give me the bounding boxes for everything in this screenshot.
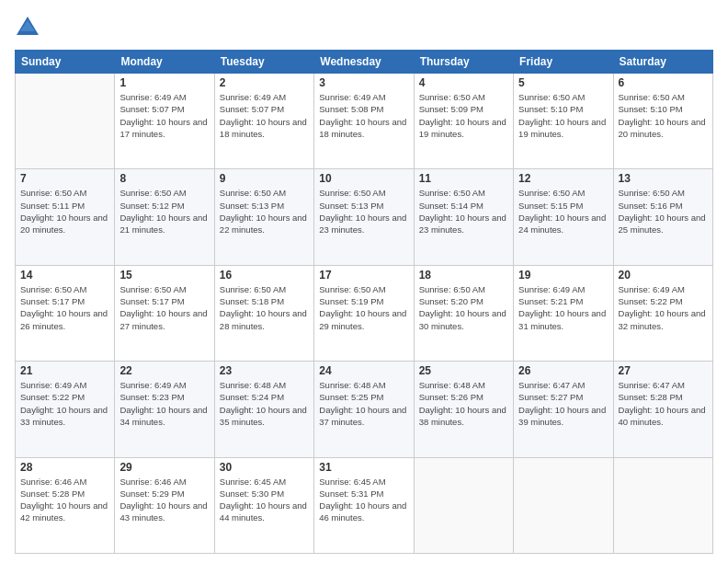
- col-header-friday: Friday: [514, 51, 613, 74]
- week-row-5: 28Sunrise: 6:46 AMSunset: 5:28 PMDayligh…: [16, 457, 713, 553]
- day-cell: [16, 74, 115, 169]
- day-number: 22: [119, 364, 209, 377]
- day-info: Sunrise: 6:48 AMSunset: 5:25 PMDaylight:…: [319, 379, 408, 428]
- day-info: Sunrise: 6:45 AMSunset: 5:31 PMDaylight:…: [319, 476, 408, 524]
- day-info: Sunrise: 6:50 AMSunset: 5:18 PMDaylight:…: [220, 283, 309, 332]
- day-number: 1: [119, 76, 209, 89]
- col-header-wednesday: Wednesday: [314, 51, 414, 74]
- day-info: Sunrise: 6:50 AMSunset: 5:10 PMDaylight:…: [619, 91, 708, 140]
- day-number: 5: [518, 76, 608, 89]
- day-cell: 8Sunrise: 6:50 AMSunset: 5:12 PMDaylight…: [115, 169, 214, 265]
- header-row: SundayMondayTuesdayWednesdayThursdayFrid…: [16, 51, 713, 74]
- day-cell: 28Sunrise: 6:46 AMSunset: 5:28 PMDayligh…: [16, 457, 115, 553]
- day-cell: 18Sunrise: 6:50 AMSunset: 5:20 PMDayligh…: [414, 265, 513, 361]
- day-number: 15: [119, 269, 209, 282]
- day-cell: 10Sunrise: 6:50 AMSunset: 5:13 PMDayligh…: [314, 169, 414, 265]
- day-info: Sunrise: 6:50 AMSunset: 5:17 PMDaylight:…: [119, 283, 209, 332]
- day-number: 2: [220, 76, 309, 89]
- day-number: 11: [419, 172, 508, 185]
- day-cell: 11Sunrise: 6:50 AMSunset: 5:14 PMDayligh…: [414, 169, 513, 265]
- day-info: Sunrise: 6:50 AMSunset: 5:12 PMDaylight:…: [119, 187, 209, 236]
- day-info: Sunrise: 6:45 AMSunset: 5:30 PMDaylight:…: [220, 476, 309, 524]
- day-cell: 9Sunrise: 6:50 AMSunset: 5:13 PMDaylight…: [214, 169, 313, 265]
- week-row-3: 14Sunrise: 6:50 AMSunset: 5:17 PMDayligh…: [16, 265, 713, 361]
- day-info: Sunrise: 6:49 AMSunset: 5:22 PMDaylight:…: [20, 379, 109, 428]
- day-number: 6: [619, 76, 708, 89]
- day-info: Sunrise: 6:49 AMSunset: 5:07 PMDaylight:…: [220, 91, 309, 140]
- logo-icon: [15, 15, 40, 40]
- day-number: 19: [518, 269, 608, 282]
- day-cell: 16Sunrise: 6:50 AMSunset: 5:18 PMDayligh…: [214, 265, 313, 361]
- logo: [15, 15, 44, 40]
- day-cell: [414, 457, 513, 553]
- day-number: 27: [619, 364, 708, 377]
- day-info: Sunrise: 6:50 AMSunset: 5:14 PMDaylight:…: [419, 187, 508, 236]
- day-number: 8: [119, 172, 209, 185]
- day-cell: 15Sunrise: 6:50 AMSunset: 5:17 PMDayligh…: [115, 265, 214, 361]
- day-cell: 3Sunrise: 6:49 AMSunset: 5:08 PMDaylight…: [314, 74, 414, 169]
- day-number: 7: [20, 172, 109, 185]
- week-row-2: 7Sunrise: 6:50 AMSunset: 5:11 PMDaylight…: [16, 169, 713, 265]
- day-number: 17: [319, 269, 408, 282]
- day-info: Sunrise: 6:50 AMSunset: 5:11 PMDaylight:…: [20, 187, 109, 236]
- day-number: 30: [220, 461, 309, 474]
- day-info: Sunrise: 6:50 AMSunset: 5:17 PMDaylight:…: [20, 283, 109, 332]
- day-info: Sunrise: 6:47 AMSunset: 5:27 PMDaylight:…: [518, 379, 608, 428]
- page: SundayMondayTuesdayWednesdayThursdayFrid…: [0, 0, 728, 563]
- day-cell: 26Sunrise: 6:47 AMSunset: 5:27 PMDayligh…: [514, 362, 613, 457]
- header: [15, 15, 713, 40]
- col-header-saturday: Saturday: [613, 51, 712, 74]
- day-info: Sunrise: 6:48 AMSunset: 5:24 PMDaylight:…: [220, 379, 309, 428]
- day-cell: 2Sunrise: 6:49 AMSunset: 5:07 PMDaylight…: [214, 74, 313, 169]
- day-info: Sunrise: 6:49 AMSunset: 5:21 PMDaylight:…: [518, 283, 608, 332]
- day-info: Sunrise: 6:46 AMSunset: 5:28 PMDaylight:…: [20, 476, 109, 524]
- day-info: Sunrise: 6:50 AMSunset: 5:20 PMDaylight:…: [419, 283, 508, 332]
- day-cell: 24Sunrise: 6:48 AMSunset: 5:25 PMDayligh…: [314, 362, 414, 457]
- day-cell: 19Sunrise: 6:49 AMSunset: 5:21 PMDayligh…: [514, 265, 613, 361]
- day-number: 21: [20, 364, 109, 377]
- day-number: 29: [119, 461, 209, 474]
- day-info: Sunrise: 6:50 AMSunset: 5:09 PMDaylight:…: [419, 91, 508, 140]
- week-row-4: 21Sunrise: 6:49 AMSunset: 5:22 PMDayligh…: [16, 362, 713, 457]
- day-number: 10: [319, 172, 408, 185]
- day-info: Sunrise: 6:50 AMSunset: 5:10 PMDaylight:…: [518, 91, 608, 140]
- day-cell: 4Sunrise: 6:50 AMSunset: 5:09 PMDaylight…: [414, 74, 513, 169]
- day-number: 25: [419, 364, 508, 377]
- day-cell: 6Sunrise: 6:50 AMSunset: 5:10 PMDaylight…: [613, 74, 712, 169]
- day-number: 31: [319, 461, 408, 474]
- day-cell: 14Sunrise: 6:50 AMSunset: 5:17 PMDayligh…: [16, 265, 115, 361]
- day-cell: [514, 457, 613, 553]
- day-cell: 30Sunrise: 6:45 AMSunset: 5:30 PMDayligh…: [214, 457, 313, 553]
- day-cell: 12Sunrise: 6:50 AMSunset: 5:15 PMDayligh…: [514, 169, 613, 265]
- day-cell: 5Sunrise: 6:50 AMSunset: 5:10 PMDaylight…: [514, 74, 613, 169]
- col-header-tuesday: Tuesday: [214, 51, 313, 74]
- day-cell: [613, 457, 712, 553]
- day-number: 14: [20, 269, 109, 282]
- day-number: 26: [518, 364, 608, 377]
- day-cell: 31Sunrise: 6:45 AMSunset: 5:31 PMDayligh…: [314, 457, 414, 553]
- day-cell: 13Sunrise: 6:50 AMSunset: 5:16 PMDayligh…: [613, 169, 712, 265]
- day-number: 13: [619, 172, 708, 185]
- day-cell: 17Sunrise: 6:50 AMSunset: 5:19 PMDayligh…: [314, 265, 414, 361]
- calendar-table: SundayMondayTuesdayWednesdayThursdayFrid…: [15, 50, 713, 554]
- day-info: Sunrise: 6:47 AMSunset: 5:28 PMDaylight:…: [619, 379, 708, 428]
- day-cell: 7Sunrise: 6:50 AMSunset: 5:11 PMDaylight…: [16, 169, 115, 265]
- day-info: Sunrise: 6:50 AMSunset: 5:15 PMDaylight:…: [518, 187, 608, 236]
- day-cell: 21Sunrise: 6:49 AMSunset: 5:22 PMDayligh…: [16, 362, 115, 457]
- col-header-thursday: Thursday: [414, 51, 513, 74]
- day-number: 12: [518, 172, 608, 185]
- day-number: 28: [20, 461, 109, 474]
- day-number: 4: [419, 76, 508, 89]
- day-cell: 1Sunrise: 6:49 AMSunset: 5:07 PMDaylight…: [115, 74, 214, 169]
- col-header-monday: Monday: [115, 51, 214, 74]
- day-number: 18: [419, 269, 508, 282]
- day-info: Sunrise: 6:50 AMSunset: 5:13 PMDaylight:…: [319, 187, 408, 236]
- day-info: Sunrise: 6:49 AMSunset: 5:08 PMDaylight:…: [319, 91, 408, 140]
- day-number: 16: [220, 269, 309, 282]
- week-row-1: 1Sunrise: 6:49 AMSunset: 5:07 PMDaylight…: [16, 74, 713, 169]
- day-info: Sunrise: 6:49 AMSunset: 5:22 PMDaylight:…: [619, 283, 708, 332]
- day-info: Sunrise: 6:50 AMSunset: 5:19 PMDaylight:…: [319, 283, 408, 332]
- day-cell: 20Sunrise: 6:49 AMSunset: 5:22 PMDayligh…: [613, 265, 712, 361]
- col-header-sunday: Sunday: [16, 51, 115, 74]
- day-cell: 25Sunrise: 6:48 AMSunset: 5:26 PMDayligh…: [414, 362, 513, 457]
